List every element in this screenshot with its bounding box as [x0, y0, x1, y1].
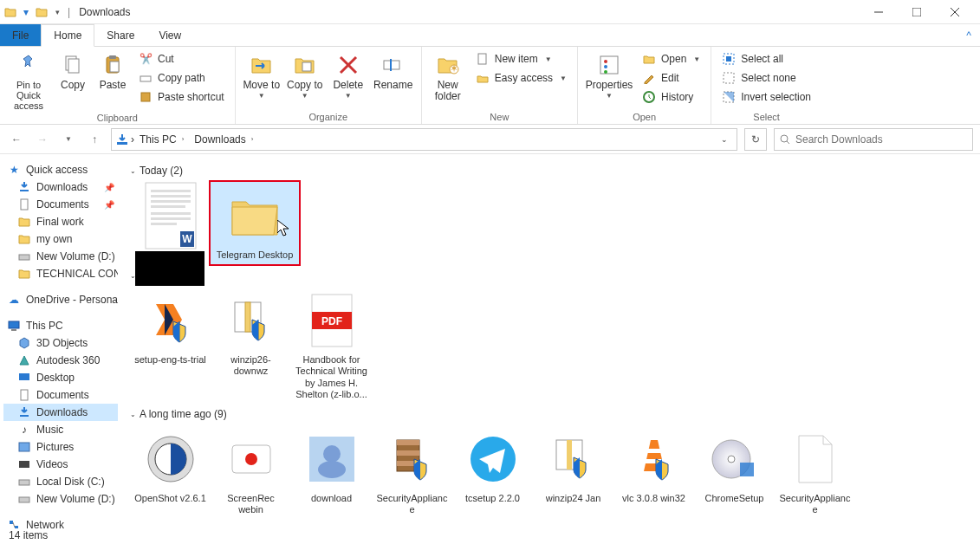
new-folder-button[interactable]: ✶ New folder	[429, 50, 467, 102]
maximize-button[interactable]	[904, 3, 930, 21]
file-item[interactable]: vlc 3.0.8 win32	[613, 425, 694, 519]
sidebar-newvolume-d2[interactable]: New Volume (D:)	[3, 490, 118, 508]
file-item[interactable]: ChromeSetup	[694, 425, 775, 519]
search-box[interactable]	[774, 128, 973, 151]
down-arrow-icon[interactable]: ▾	[19, 5, 33, 19]
paste-button[interactable]: Paste	[95, 50, 130, 91]
chevron-down-icon: ⌄	[130, 167, 136, 175]
folder-icon	[17, 232, 31, 246]
back-button[interactable]: ←	[7, 130, 26, 149]
cut-button[interactable]: ✂️Cut	[135, 50, 228, 68]
edit-button[interactable]: Edit	[639, 69, 704, 87]
tab-home[interactable]: Home	[41, 24, 94, 47]
separator: |	[68, 6, 70, 18]
file-item[interactable]: tcsetup 2.2.0	[452, 425, 533, 519]
copy-to-button[interactable]: Copy to▼	[286, 50, 324, 100]
move-to-button[interactable]: Move to▼	[243, 50, 281, 100]
sidebar-newvolume[interactable]: New Volume (D:)	[3, 248, 118, 265]
qat-dropdown-icon[interactable]: ▾	[50, 5, 64, 19]
sidebar-thispc[interactable]: This PC	[3, 317, 118, 334]
svg-rect-75	[647, 449, 661, 453]
sidebar-myown[interactable]: my own	[3, 230, 118, 248]
sidebar-downloads[interactable]: Downloads📌	[3, 178, 118, 196]
file-item[interactable]: setup-eng-ts-trial	[130, 287, 211, 403]
close-button[interactable]	[942, 3, 968, 21]
copy-path-icon	[139, 71, 153, 85]
file-item[interactable]: winzip24 Jan	[533, 425, 613, 519]
svg-rect-49	[151, 200, 191, 203]
breadcrumb-downloads[interactable]: Downloads›	[191, 133, 258, 146]
sidebar-pictures[interactable]: Pictures	[3, 438, 118, 456]
sidebar-downloads2[interactable]: Downloads	[3, 404, 118, 421]
sidebar-3d-objects[interactable]: 3D Objects	[3, 334, 118, 352]
copy-path-button[interactable]: Copy path	[135, 69, 228, 87]
file-item[interactable]: OpenShot v2.6.1	[130, 425, 211, 519]
easy-access-button[interactable]: Easy access▼	[472, 69, 570, 87]
file-item[interactable]: PDF Handbook for Technical Writing by Ja…	[291, 287, 372, 403]
group-longago[interactable]: ⌄A long time ago (9)	[130, 408, 971, 420]
delete-button[interactable]: Delete▼	[329, 50, 367, 100]
history-button[interactable]: History	[639, 88, 704, 106]
file-label: winzip24 Jan	[546, 493, 601, 504]
tab-file[interactable]: File	[0, 24, 41, 46]
sidebar-technical-content[interactable]: TECHNICAL CONTENT	[3, 265, 118, 282]
paste-shortcut-button[interactable]: Paste shortcut	[135, 88, 228, 106]
pin-quick-access-button[interactable]: Pin to Quick access	[7, 50, 50, 111]
copy-to-icon	[292, 52, 318, 78]
drive-icon	[17, 492, 31, 506]
sidebar-local-c[interactable]: Local Disk (C:)	[3, 473, 118, 490]
ribbon-collapse-icon[interactable]: ^	[966, 24, 980, 46]
group-open-label: Open	[585, 110, 704, 122]
select-all-button[interactable]: Select all	[718, 50, 815, 68]
invert-selection-button[interactable]: Invert selection	[718, 88, 815, 106]
tab-share[interactable]: Share	[94, 24, 146, 46]
file-item[interactable]: SecurityAppliance	[372, 425, 452, 519]
group-organize-label: Organize	[243, 110, 414, 122]
sidebar-documents[interactable]: Documents📌	[3, 196, 118, 213]
file-item[interactable]: SecurityAppliance	[775, 425, 855, 519]
sidebar-quick-access[interactable]: ★Quick access	[3, 161, 118, 178]
svg-rect-70	[397, 450, 419, 456]
sidebar-music[interactable]: ♪Music	[3, 421, 118, 438]
status-item-count: 14 items	[9, 529, 48, 541]
refresh-button[interactable]: ↻	[744, 128, 767, 151]
winzip-shield-icon	[543, 429, 604, 489]
file-item[interactable]: ScreenRec webin	[211, 425, 291, 519]
sidebar-finalwork[interactable]: Final work	[3, 213, 118, 230]
svg-rect-19	[600, 56, 618, 74]
address-bar[interactable]: › This PC› Downloads› ⌄	[111, 128, 737, 151]
file-item[interactable]: winzip26-downwz	[211, 287, 291, 403]
forward-button[interactable]: →	[33, 130, 52, 149]
tab-view[interactable]: View	[146, 24, 193, 46]
recent-locations-button[interactable]: ▼	[59, 130, 78, 149]
breadcrumb-thispc[interactable]: This PC›	[136, 133, 189, 146]
chevron-right-icon[interactable]: ›	[131, 133, 134, 146]
file-label: OpenShot v2.6.1	[134, 493, 206, 504]
group-today[interactable]: ⌄Today (2)	[130, 165, 971, 177]
chevron-right-icon[interactable]: ›	[251, 135, 254, 143]
sidebar-desktop[interactable]: Desktop	[3, 369, 118, 386]
up-button[interactable]: ↑	[85, 130, 104, 149]
sidebar-videos[interactable]: Videos	[3, 456, 118, 473]
minimize-button[interactable]	[866, 3, 892, 21]
chevron-right-icon[interactable]: ›	[182, 135, 185, 143]
group-lastweek[interactable]: ⌄Last week (3)	[130, 269, 971, 282]
sidebar-autodesk[interactable]: Autodesk 360	[3, 352, 118, 369]
cut-icon: ✂️	[139, 52, 153, 66]
svg-rect-34	[9, 321, 19, 328]
folder-icon	[17, 215, 31, 229]
properties-button[interactable]: Properties▼	[585, 50, 633, 100]
sidebar-onedrive[interactable]: ☁OneDrive - Personal	[3, 291, 118, 308]
select-none-button[interactable]: Select none	[718, 69, 815, 87]
rename-button[interactable]: Rename	[373, 50, 414, 91]
copy-button[interactable]: Copy	[55, 50, 90, 91]
paste-label: Paste	[100, 80, 127, 91]
search-input[interactable]	[795, 133, 967, 146]
file-item[interactable]: download	[291, 425, 372, 519]
new-item-button[interactable]: New item▼	[472, 50, 570, 68]
svg-rect-39	[19, 443, 29, 451]
file-item-telegram-desktop[interactable]: Telegram Desktop	[211, 182, 299, 264]
address-dropdown-icon[interactable]: ⌄	[721, 135, 728, 144]
open-button[interactable]: Open▼	[639, 50, 704, 68]
sidebar-documents2[interactable]: Documents	[3, 386, 118, 404]
